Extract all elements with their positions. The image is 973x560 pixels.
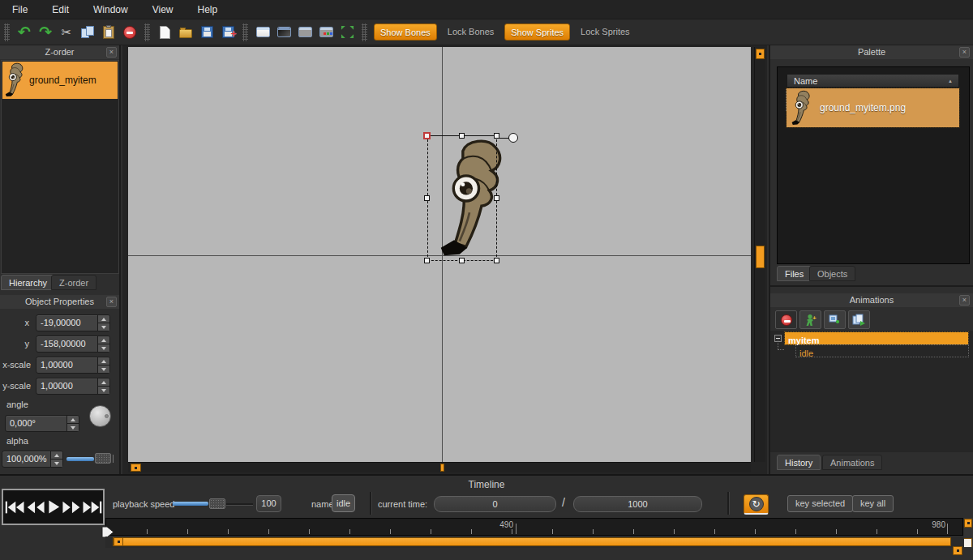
handle-bottom-right[interactable] (494, 258, 499, 263)
new-file-button[interactable] (154, 23, 175, 42)
handle-top-center[interactable] (459, 133, 465, 139)
playback-speed-track-filled[interactable] (173, 502, 208, 506)
close-icon[interactable]: × (106, 47, 117, 58)
toolbar-grip[interactable] (242, 24, 248, 41)
y-scale-spinner[interactable] (97, 378, 109, 394)
current-time-input[interactable]: 0 (434, 496, 556, 512)
zorder-item-ground-myitem[interactable]: ground_myitem (2, 62, 118, 99)
palette-name-header[interactable]: Name ▲ (787, 74, 959, 88)
toolbar-grip[interactable] (362, 24, 367, 41)
menu-help[interactable]: Help (186, 0, 230, 19)
loop-playback-toggle[interactable]: ↻ (744, 494, 769, 515)
x-spinner[interactable] (97, 315, 109, 331)
handle-bottom-center[interactable] (459, 258, 465, 263)
menu-window[interactable]: Window (81, 0, 140, 19)
alpha-input[interactable]: 100,000% (2, 451, 63, 468)
key-all-button[interactable]: key all (852, 495, 894, 512)
handle-mid-left[interactable] (424, 195, 430, 201)
menu-view[interactable]: View (140, 0, 186, 19)
timeline-mini-scrollbar[interactable] (964, 518, 973, 548)
next-frame-button[interactable] (62, 500, 80, 515)
timeline-scroll-up-button[interactable] (964, 519, 972, 528)
close-icon[interactable]: × (106, 297, 117, 307)
delete-button[interactable] (119, 23, 140, 42)
rotation-handle[interactable] (508, 133, 518, 143)
keyframe-marker-end[interactable] (953, 546, 962, 555)
undo-button[interactable]: ↶ (14, 23, 35, 42)
menu-edit[interactable]: Edit (40, 0, 81, 19)
x-scale-input[interactable]: 1,00000 (36, 357, 110, 374)
tab-animations[interactable]: Animations (822, 455, 882, 470)
tab-zorder[interactable]: Z-order (51, 275, 96, 290)
open-file-button[interactable] (175, 23, 196, 42)
y-scale-input[interactable]: 1,00000 (36, 378, 110, 395)
tab-history[interactable]: History (777, 455, 821, 470)
handle-bottom-left[interactable] (424, 258, 430, 263)
delete-animation-button[interactable] (775, 310, 797, 329)
tab-objects[interactable]: Objects (809, 266, 855, 281)
duration-input[interactable]: 1000 (573, 496, 702, 512)
keyframe-track[interactable] (105, 536, 963, 548)
handle-top-right[interactable] (494, 133, 499, 139)
lock-sprites-toggle[interactable]: Lock Sprites (575, 24, 636, 41)
skip-to-start-button[interactable] (5, 500, 25, 515)
toolbar-grip[interactable] (4, 24, 10, 41)
copy-button[interactable] (77, 23, 98, 42)
play-button[interactable] (47, 499, 60, 515)
canvas-hscroll-left-button[interactable] (131, 464, 141, 472)
canvas[interactable] (128, 47, 751, 462)
close-icon[interactable]: × (959, 47, 970, 58)
paste-button[interactable] (98, 23, 119, 42)
canvas-hscroll-origin-marker[interactable] (440, 464, 444, 472)
view-color-button[interactable] (315, 23, 336, 42)
playback-speed-value[interactable]: 100 (256, 495, 281, 512)
canvas-horizontal-scrollbar[interactable] (128, 462, 751, 472)
playback-speed-handle[interactable] (209, 498, 225, 509)
x-input[interactable]: -19,00000 (36, 314, 110, 331)
selection-box[interactable] (427, 135, 497, 261)
view-gray-button[interactable] (294, 23, 315, 42)
canvas-vscroll-top-button[interactable] (756, 49, 765, 59)
palette-item-ground-myitem[interactable]: ground_myitem.png (787, 88, 959, 127)
pivot-handle-top-left[interactable] (424, 133, 430, 139)
dock-splitter[interactable] (770, 285, 973, 287)
new-keyframe-button[interactable] (824, 310, 846, 329)
timeline-ruler[interactable]: 490 980 (105, 518, 963, 536)
new-animation-button[interactable]: + (799, 310, 821, 329)
handle-mid-right[interactable] (494, 195, 499, 201)
close-icon[interactable]: × (959, 295, 970, 306)
cut-button[interactable]: ✂ (56, 23, 77, 42)
angle-dial[interactable] (89, 405, 111, 427)
keyframe-marker-start[interactable] (114, 537, 123, 546)
alpha-slider-track-filled[interactable] (66, 457, 94, 461)
redo-button[interactable]: ↷ (35, 23, 56, 42)
timeline-scroll-thumb[interactable] (964, 539, 971, 547)
save-button[interactable] (196, 23, 217, 42)
skip-to-end-button[interactable] (82, 500, 102, 515)
lock-bones-toggle[interactable]: Lock Bones (442, 24, 499, 41)
animation-duration-bar[interactable] (113, 537, 951, 546)
angle-spinner[interactable] (66, 416, 79, 431)
alpha-slider-handle[interactable] (95, 453, 111, 464)
toolbar-grip[interactable] (144, 24, 150, 41)
tab-hierarchy[interactable]: Hierarchy (1, 275, 55, 290)
show-sprites-toggle[interactable]: Show Sprites (504, 24, 570, 41)
canvas-vscroll-origin-marker[interactable] (756, 246, 765, 268)
view-light-button[interactable] (252, 23, 273, 42)
x-scale-spinner[interactable] (97, 357, 109, 373)
show-bones-toggle[interactable]: Show Bones (374, 24, 437, 41)
y-input[interactable]: -158,00000 (36, 336, 110, 353)
menu-file[interactable]: File (0, 0, 40, 19)
alpha-spinner[interactable] (50, 451, 62, 467)
fit-view-button[interactable] (336, 23, 358, 42)
key-selected-button[interactable]: key selected (787, 495, 853, 512)
animation-name-value[interactable]: idle (332, 494, 355, 512)
duplicate-animation-button[interactable] (848, 310, 870, 329)
view-dark-button[interactable] (273, 23, 294, 42)
angle-input[interactable]: 0,000° (5, 415, 79, 432)
tree-item-idle[interactable]: idle (796, 345, 968, 357)
tree-item-myitem[interactable]: myitem (785, 332, 968, 344)
previous-frame-button[interactable] (27, 500, 45, 515)
playback-speed-track-empty[interactable] (226, 503, 253, 505)
y-spinner[interactable] (97, 336, 109, 352)
